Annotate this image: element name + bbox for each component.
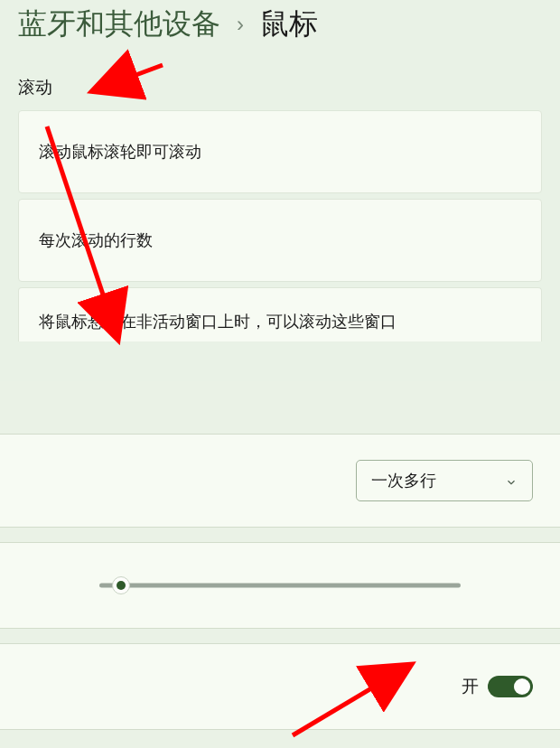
row-scroll-wheel-label: 滚动鼠标滚轮即可滚动 <box>39 141 201 163</box>
section-title-scroll: 滚动 <box>0 49 560 110</box>
breadcrumb-current: 鼠标 <box>260 5 318 44</box>
slider-thumb[interactable] <box>112 576 130 594</box>
row-lines-per-scroll[interactable]: 每次滚动的行数 <box>18 199 542 282</box>
control-row-toggle: 开 <box>0 643 560 730</box>
control-row-dropdown: 一次多行 <box>0 434 560 528</box>
row-scroll-wheel[interactable]: 滚动鼠标滚轮即可滚动 <box>18 110 542 193</box>
settings-panel-top: 滚动鼠标滚轮即可滚动 每次滚动的行数 将鼠标悬停在非活动窗口上时，可以滚动这些窗… <box>18 110 542 341</box>
slider-track <box>99 584 461 588</box>
hover-scroll-toggle[interactable] <box>488 676 533 697</box>
row-hover-inactive-label: 将鼠标悬停在非活动窗口上时，可以滚动这些窗口 <box>39 311 397 332</box>
toggle-knob <box>514 678 530 695</box>
chevron-down-icon <box>505 474 518 487</box>
scroll-mode-dropdown-value: 一次多行 <box>371 470 436 491</box>
row-lines-per-scroll-label: 每次滚动的行数 <box>39 229 153 251</box>
breadcrumb-separator: › <box>237 12 244 37</box>
hover-scroll-toggle-wrap: 开 <box>462 675 533 698</box>
row-hover-inactive[interactable]: 将鼠标悬停在非活动窗口上时，可以滚动这些窗口 <box>18 287 542 341</box>
lines-per-scroll-slider[interactable] <box>99 576 461 594</box>
breadcrumb: 蓝牙和其他设备 › 鼠标 <box>0 0 560 49</box>
settings-panel-bottom: 一次多行 开 <box>0 381 560 748</box>
scroll-mode-dropdown[interactable]: 一次多行 <box>356 460 533 501</box>
toggle-label: 开 <box>462 675 479 698</box>
control-row-slider <box>0 542 560 629</box>
breadcrumb-parent[interactable]: 蓝牙和其他设备 <box>18 5 220 44</box>
